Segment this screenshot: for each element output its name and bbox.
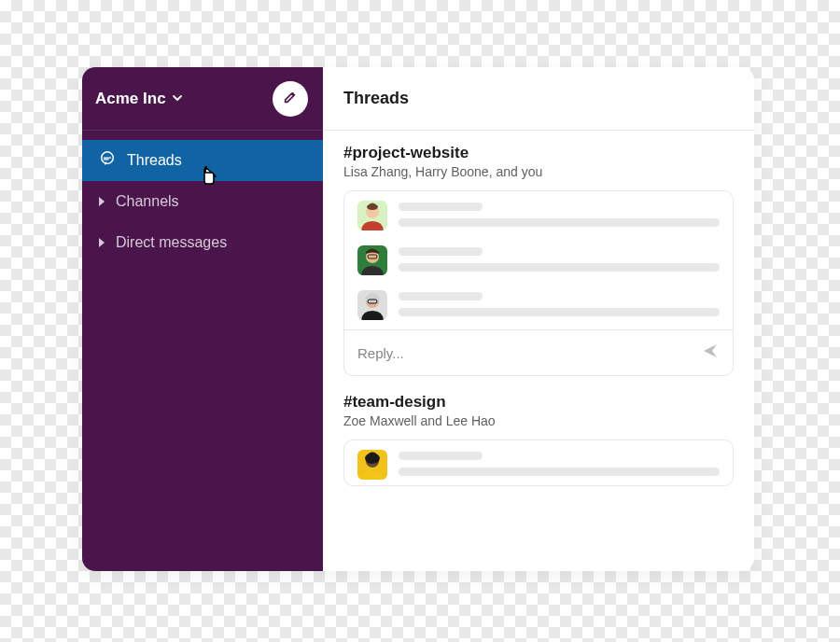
message-row[interactable] — [344, 440, 733, 485]
compose-button[interactable] — [273, 81, 308, 117]
send-icon[interactable] — [701, 342, 720, 364]
reply-input[interactable]: Reply... — [344, 329, 733, 375]
message-placeholder-lines — [399, 201, 720, 230]
chevron-down-icon — [172, 91, 183, 107]
workspace-name: Acme Inc — [95, 90, 166, 108]
message-placeholder-lines — [399, 245, 720, 275]
thread-participants: Lisa Zhang, Harry Boone, and you — [343, 164, 734, 179]
sidebar-item-threads[interactable]: Threads — [82, 140, 323, 181]
pointer-cursor-icon — [196, 164, 222, 190]
sidebar-item-label: Channels — [116, 193, 306, 210]
avatar — [357, 290, 387, 320]
message-placeholder-lines — [399, 290, 720, 320]
message-row[interactable] — [344, 281, 733, 326]
main-panel: Threads #project-website Lisa Zhang, Har… — [323, 67, 754, 571]
threads-list: #project-website Lisa Zhang, Harry Boone… — [323, 131, 754, 571]
placeholder-bar — [399, 468, 720, 476]
placeholder-bar — [399, 452, 483, 460]
sidebar-nav: Threads Channels Direct messages — [82, 131, 323, 263]
main-header: Threads — [323, 67, 754, 131]
sidebar: Acme Inc Threads — [82, 67, 323, 571]
placeholder-bar — [399, 308, 720, 316]
reply-placeholder: Reply... — [357, 345, 404, 361]
sidebar-item-direct-messages[interactable]: Direct messages — [82, 222, 323, 263]
page-title: Threads — [343, 89, 409, 108]
sidebar-item-label: Direct messages — [116, 234, 306, 251]
avatar — [357, 245, 387, 275]
workspace-switcher[interactable]: Acme Inc — [95, 90, 183, 108]
threads-icon — [99, 150, 116, 171]
thread-box: Reply... — [343, 190, 734, 376]
avatar — [357, 450, 387, 480]
message-placeholder-lines — [399, 450, 720, 480]
placeholder-bar — [399, 202, 483, 211]
placeholder-bar — [399, 218, 720, 227]
placeholder-bar — [399, 247, 483, 256]
triangle-right-icon — [99, 238, 105, 247]
thread-participants: Zoe Maxwell and Lee Hao — [343, 413, 734, 428]
edit-icon — [282, 89, 299, 109]
thread-section: #team-design Zoe Maxwell and Lee Hao — [343, 393, 734, 486]
placeholder-bar — [399, 292, 483, 300]
thread-section: #project-website Lisa Zhang, Harry Boone… — [343, 144, 734, 376]
message-row[interactable] — [344, 191, 733, 236]
thread-box — [343, 440, 734, 486]
thread-channel-name[interactable]: #team-design — [343, 393, 734, 412]
triangle-right-icon — [99, 197, 105, 206]
placeholder-bar — [399, 263, 720, 272]
message-row[interactable] — [344, 236, 733, 281]
sidebar-header: Acme Inc — [82, 67, 323, 131]
avatar — [357, 201, 387, 230]
thread-channel-name[interactable]: #project-website — [343, 144, 734, 162]
app-window: Acme Inc Threads — [82, 67, 754, 571]
